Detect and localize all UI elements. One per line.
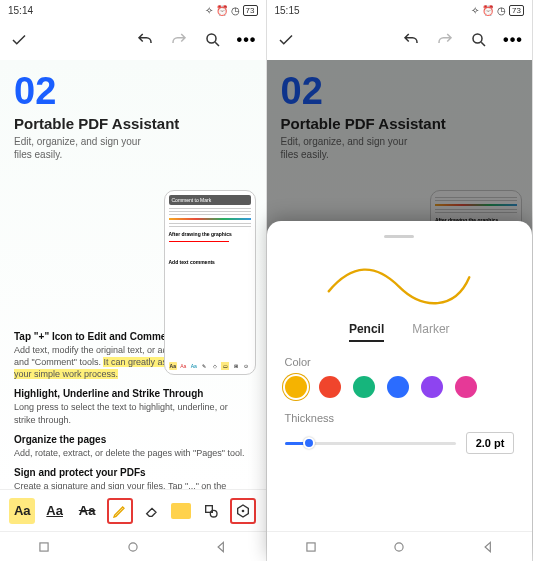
redo-button[interactable]	[170, 31, 188, 49]
section-4-heading: Sign and protect your PDFs	[14, 467, 252, 478]
eraser-tool[interactable]	[139, 498, 165, 524]
svg-point-0	[207, 34, 216, 43]
tab-marker[interactable]: Marker	[412, 322, 449, 342]
color-swatch-green[interactable]	[353, 376, 375, 398]
svg-point-2	[210, 510, 217, 517]
thickness-slider[interactable]	[285, 442, 457, 445]
alarm-icon: ⏰	[482, 5, 494, 16]
svg-point-9	[395, 542, 403, 550]
document-view[interactable]: 02 Portable PDF Assistant Edit, organize…	[0, 60, 266, 489]
status-bar: 15:15 ✧ ⏰ ◷ 73	[267, 0, 533, 20]
svg-point-7	[473, 34, 482, 43]
page-title: Portable PDF Assistant	[281, 115, 519, 132]
nav-back[interactable]	[214, 540, 228, 554]
pencil-tool[interactable]	[107, 498, 133, 524]
section-3-body: Add, rotate, extract, or delete the page…	[14, 447, 252, 459]
svg-point-4	[242, 509, 245, 512]
clock-icon: ◷	[231, 5, 240, 16]
vibrate-icon: ✧	[205, 5, 213, 16]
page-number-graphic: 02	[281, 70, 519, 113]
done-button[interactable]	[277, 31, 295, 49]
undo-button[interactable]	[402, 31, 420, 49]
tab-pencil[interactable]: Pencil	[349, 322, 384, 342]
nav-home[interactable]	[392, 540, 406, 554]
redo-button[interactable]	[436, 31, 454, 49]
color-swatch-pink[interactable]	[455, 376, 477, 398]
nav-recent[interactable]	[304, 540, 318, 554]
battery-icon: 73	[243, 5, 258, 16]
svg-rect-5	[40, 542, 48, 550]
section-4-body: Create a signature and sign your files. …	[14, 480, 252, 489]
done-button[interactable]	[10, 31, 28, 49]
color-swatch-yellow[interactable]	[285, 376, 307, 398]
nav-recent[interactable]	[37, 540, 51, 554]
status-time: 15:14	[8, 5, 33, 16]
color-swatch-red[interactable]	[319, 376, 341, 398]
vibrate-icon: ✧	[471, 5, 479, 16]
color-swatch-purple[interactable]	[421, 376, 443, 398]
more-button[interactable]: •••	[238, 31, 256, 49]
illustration-header: Comment to Mark	[169, 195, 251, 205]
more-button[interactable]: •••	[504, 31, 522, 49]
thickness-value[interactable]: 2.0 pt	[466, 432, 514, 454]
illustration-text-2: Add text comments	[169, 259, 251, 265]
note-tool[interactable]	[171, 503, 191, 519]
page-subtitle: Edit, organize, and sign your files easi…	[281, 135, 411, 161]
screenshot-left: 15:14 ✧ ⏰ ◷ 73 ••• 02 Portable PDF Assis…	[0, 0, 267, 561]
underline-tool[interactable]: Aa	[42, 498, 68, 524]
app-topbar: •••	[0, 20, 266, 60]
thickness-label: Thickness	[285, 412, 515, 424]
app-topbar: •••	[267, 20, 533, 60]
grab-handle[interactable]	[384, 235, 414, 238]
draw-settings-panel: Pencil Marker Color Thickness 2.0 pt	[267, 221, 533, 561]
search-button[interactable]	[470, 31, 488, 49]
settings-tool[interactable]	[230, 498, 256, 524]
svg-rect-8	[307, 542, 315, 550]
slider-thumb[interactable]	[303, 437, 315, 449]
illustration-text-1: After drawing the graphics	[169, 231, 251, 237]
nav-home[interactable]	[126, 540, 140, 554]
color-swatch-blue[interactable]	[387, 376, 409, 398]
highlight-tool[interactable]: Aa	[9, 498, 35, 524]
section-3-heading: Organize the pages	[14, 434, 252, 445]
color-swatches	[285, 376, 515, 398]
status-icons: ✧ ⏰ ◷ 73	[205, 5, 258, 16]
system-nav	[0, 531, 266, 561]
stroke-preview	[285, 248, 515, 316]
status-icons: ✧ ⏰ ◷ 73	[471, 5, 524, 16]
section-2-heading: Highlight, Underline and Strike Through	[14, 388, 252, 399]
strikethrough-tool[interactable]: Aa	[74, 498, 100, 524]
brush-tabs: Pencil Marker	[285, 322, 515, 342]
clock-icon: ◷	[497, 5, 506, 16]
page-number-graphic: 02	[14, 70, 252, 113]
page-title: Portable PDF Assistant	[14, 115, 252, 132]
status-bar: 15:14 ✧ ⏰ ◷ 73	[0, 0, 266, 20]
search-button[interactable]	[204, 31, 222, 49]
system-nav	[267, 531, 533, 561]
undo-button[interactable]	[136, 31, 154, 49]
page-subtitle: Edit, organize, and sign your files easi…	[14, 135, 144, 161]
alarm-icon: ⏰	[216, 5, 228, 16]
shape-tool[interactable]	[198, 498, 224, 524]
illustration-toolbar: Aa Aa Aa ✎ ◇ ▭ ⊞ ⊙	[169, 362, 251, 370]
section-2-body: Long press to select the text to highlig…	[14, 401, 252, 425]
battery-icon: 73	[509, 5, 524, 16]
screenshot-right: 15:15 ✧ ⏰ ◷ 73 ••• 02 Portable PDF Assis…	[267, 0, 534, 561]
status-time: 15:15	[275, 5, 300, 16]
illustration-phone: Comment to Mark After drawing the graphi…	[164, 190, 256, 375]
color-label: Color	[285, 356, 515, 368]
nav-back[interactable]	[481, 540, 495, 554]
annotation-toolbar: Aa Aa Aa	[0, 489, 266, 531]
svg-point-6	[129, 542, 137, 550]
